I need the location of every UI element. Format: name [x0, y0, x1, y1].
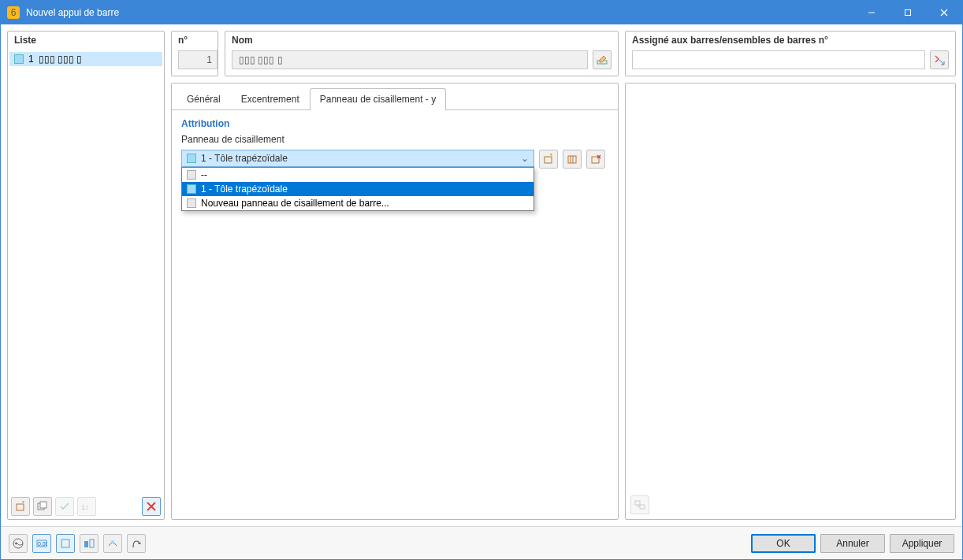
new-shear-panel-button[interactable] [539, 150, 558, 169]
preview-body [626, 83, 955, 491]
dialog-button-bar: 0,00 OK Annuler Appliquer [1, 526, 962, 559]
edit-shear-panel-button[interactable] [563, 150, 582, 169]
svg-rect-26 [90, 540, 94, 547]
attribution-section-title: Attribution [172, 110, 618, 134]
svg-rect-6 [40, 502, 46, 508]
maximize-button[interactable] [890, 1, 926, 24]
content-area: Liste 1 ▯▯▯ ▯▯▯ ▯ 1↕ [1, 24, 962, 526]
assign-field[interactable] [632, 50, 925, 69]
svg-rect-24 [61, 540, 69, 547]
name-label: Nom [225, 32, 618, 46]
shear-panel-dropdown[interactable]: -- 1 - Tôle trapézoïdale Nouveau panneau… [181, 167, 534, 211]
name-field[interactable] [232, 50, 588, 69]
left-column: Liste 1 ▯▯▯ ▯▯▯ ▯ 1↕ [7, 31, 165, 520]
combo-swatch [187, 154, 196, 163]
tab-excentrement[interactable]: Excentrement [231, 88, 310, 110]
attribution-section-body: Panneau de cisaillement 1 - Tôle trapézo… [172, 134, 618, 178]
preview-footer [626, 491, 955, 519]
shear-panel-combo-display[interactable]: 1 - Tôle trapézoïdale ⌄ [181, 150, 534, 167]
view-toggle-1[interactable] [56, 534, 75, 553]
titlebar: 6 Nouvel appui de barre [1, 1, 962, 24]
number-field[interactable] [178, 50, 218, 69]
pick-members-button[interactable] [930, 50, 949, 69]
help-button[interactable] [9, 534, 28, 553]
tab-general[interactable]: Général [177, 88, 231, 110]
list-panel: Liste 1 ▯▯▯ ▯▯▯ ▯ 1↕ [7, 31, 165, 520]
script-button[interactable] [127, 534, 146, 553]
mid-row: Général Excentrement Panneau de cisaille… [171, 83, 956, 520]
delete-shear-panel-button[interactable] [586, 150, 605, 169]
svg-rect-12 [568, 156, 576, 163]
option-label: Nouveau panneau de cisaillement de barre… [201, 198, 389, 209]
view-toggle-2[interactable] [80, 534, 99, 553]
right-column: n° Nom Assigné aux barres/ensembles de b… [171, 31, 956, 520]
number-panel: n° [171, 31, 218, 76]
list-item-label: ▯▯▯ ▯▯▯ ▯ [39, 54, 83, 65]
new-item-button[interactable] [11, 497, 30, 516]
name-panel: Nom [225, 31, 619, 76]
dropdown-option-new[interactable]: Nouveau panneau de cisaillement de barre… [182, 196, 534, 210]
svg-point-20 [13, 539, 23, 548]
shear-panel-row: 1 - Tôle trapézoïdale ⌄ -- 1 - Tôle trap… [181, 150, 608, 169]
shear-panel-combo[interactable]: 1 - Tôle trapézoïdale ⌄ -- 1 - Tôle trap… [181, 150, 534, 167]
preview-panel [625, 83, 956, 520]
number-label: n° [172, 32, 218, 46]
cancel-button[interactable]: Annuler [820, 534, 885, 553]
svg-rect-11 [545, 157, 552, 163]
view-toggle-3[interactable] [103, 534, 122, 553]
svg-text:1↕: 1↕ [81, 503, 89, 511]
assign-panel: Assigné aux barres/ensembles de barres n… [625, 31, 956, 76]
tab-panneau[interactable]: Panneau de cisaillement - y [310, 88, 446, 110]
dialog-window: 6 Nouvel appui de barre Liste 1 ▯▯▯ ▯▯▯ … [0, 0, 963, 560]
list-item-number: 1 [28, 54, 34, 65]
svg-rect-19 [640, 505, 645, 509]
list-item-swatch [14, 54, 24, 64]
window-title: Nouvel appui de barre [26, 7, 853, 18]
option-swatch [187, 198, 196, 208]
app-icon: 6 [7, 6, 20, 19]
close-button[interactable] [926, 1, 962, 24]
copy-item-button[interactable] [33, 497, 52, 516]
option-swatch [187, 184, 196, 194]
list-body[interactable]: 1 ▯▯▯ ▯▯▯ ▯ [8, 50, 164, 494]
delete-item-button[interactable] [142, 497, 161, 516]
renumber-button: 1↕ [77, 497, 96, 516]
svg-rect-18 [635, 501, 640, 505]
main-panel: Général Excentrement Panneau de cisaille… [171, 83, 619, 520]
apply-item-button [55, 497, 74, 516]
minimize-button[interactable] [853, 1, 890, 24]
header-row: n° Nom Assigné aux barres/ensembles de b… [171, 31, 956, 76]
chevron-down-icon: ⌄ [521, 153, 529, 164]
list-panel-title: Liste [8, 32, 164, 50]
list-toolbar: 1↕ [8, 494, 164, 519]
dropdown-option-none[interactable]: -- [182, 168, 534, 182]
edit-name-button[interactable] [593, 50, 612, 69]
svg-rect-4 [17, 504, 24, 510]
apply-button[interactable]: Appliquer [890, 534, 954, 553]
shear-panel-label: Panneau de cisaillement [181, 134, 608, 145]
window-controls [853, 1, 962, 24]
svg-text:0,00: 0,00 [38, 541, 47, 547]
svg-rect-25 [84, 541, 88, 547]
option-label: -- [201, 169, 207, 180]
option-swatch [187, 170, 196, 180]
units-button[interactable]: 0,00 [32, 534, 51, 553]
ok-button[interactable]: OK [751, 534, 816, 553]
svg-point-21 [15, 542, 17, 544]
combo-selected-text: 1 - Tôle trapézoïdale [201, 153, 516, 164]
list-item[interactable]: 1 ▯▯▯ ▯▯▯ ▯ [9, 52, 162, 66]
tab-strip: Général Excentrement Panneau de cisaille… [172, 83, 618, 110]
svg-point-27 [111, 540, 114, 543]
assign-label: Assigné aux barres/ensembles de barres n… [626, 32, 955, 46]
preview-settings-button[interactable] [630, 495, 649, 514]
option-label: 1 - Tôle trapézoïdale [201, 184, 288, 195]
svg-rect-1 [905, 10, 911, 16]
dropdown-option-1[interactable]: 1 - Tôle trapézoïdale [182, 182, 534, 196]
